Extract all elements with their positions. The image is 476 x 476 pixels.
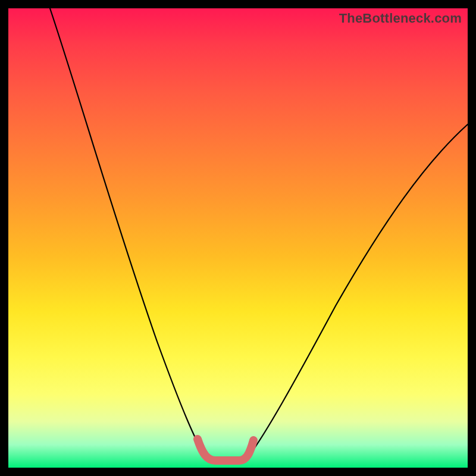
left-curve xyxy=(50,8,208,461)
highlight-bottom xyxy=(198,439,253,461)
curves-layer xyxy=(8,8,468,468)
chart-frame: TheBottleneck.com xyxy=(8,8,468,468)
right-curve xyxy=(246,124,468,459)
plot-area: TheBottleneck.com xyxy=(8,8,468,468)
